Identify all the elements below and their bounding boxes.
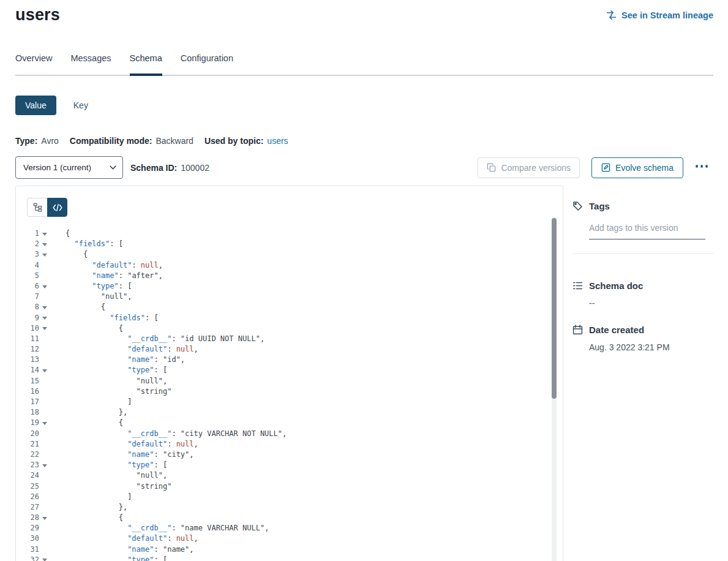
code-line: 5"name": "after",: [16, 271, 563, 281]
line-number: 29: [16, 523, 39, 533]
code-line: 24"null",: [16, 470, 563, 481]
fold-column: [39, 513, 50, 523]
fold-column: [39, 355, 50, 365]
schema-id-label: Schema ID:: [130, 163, 177, 173]
schema-doc-icon: [572, 280, 583, 291]
tree-view-icon: [33, 203, 42, 212]
value-toggle-button[interactable]: Value: [15, 96, 56, 115]
fold-toggle-icon[interactable]: [42, 559, 47, 561]
page-header: users See in Stream lineage: [15, 0, 713, 24]
code-line: 10{: [16, 323, 563, 334]
evolve-schema-label: Evolve schema: [615, 163, 674, 173]
line-number: 1: [16, 228, 39, 239]
evolve-schema-button[interactable]: Evolve schema: [591, 157, 683, 178]
fold-column: [39, 460, 50, 470]
code-line: 9"fields": [: [16, 313, 563, 323]
schema-sidebar: Tags Schema doc --: [572, 186, 713, 561]
code-text: ]: [66, 492, 132, 502]
line-number: 9: [16, 313, 39, 323]
line-number: 31: [16, 544, 39, 555]
line-number: 11: [16, 334, 39, 344]
fold-toggle-icon[interactable]: [42, 422, 47, 425]
fold-column: [39, 323, 50, 334]
line-number: 30: [16, 533, 39, 544]
tab-messages[interactable]: Messages: [70, 53, 111, 75]
line-number: 26: [16, 492, 39, 502]
code-line: 11"__crdb__": "id UUID NOT NULL",: [16, 334, 563, 344]
code-text: "string": [66, 386, 171, 397]
tags-input[interactable]: [589, 222, 705, 239]
tab-configuration[interactable]: Configuration: [181, 53, 233, 75]
code-line: 14"type": [: [16, 365, 563, 375]
code-text: "name": "after",: [66, 271, 163, 281]
code-line: 8{: [16, 302, 563, 312]
code-text: "name": "name",: [66, 544, 194, 555]
line-number: 18: [16, 407, 39, 418]
editor-toolbar: [16, 186, 563, 217]
tab-schema[interactable]: Schema: [130, 53, 162, 75]
code-text: "name": "id",: [66, 355, 185, 365]
code-view-icon: [53, 204, 62, 211]
fold-toggle-icon[interactable]: [42, 317, 47, 320]
tab-overview[interactable]: Overview: [15, 53, 52, 75]
topic-link[interactable]: users: [267, 136, 288, 146]
line-number: 5: [16, 271, 39, 281]
fold-column: [39, 470, 50, 481]
fold-toggle-icon[interactable]: [42, 285, 47, 288]
sidebar-divider: [572, 253, 713, 254]
fold-column: [39, 239, 50, 249]
line-number: 23: [16, 460, 39, 470]
more-options-button[interactable]: ⋯: [691, 159, 713, 177]
code-line: 7"null",: [16, 292, 563, 302]
fold-column: [39, 418, 50, 428]
editor-scrollbar-track[interactable]: [552, 217, 557, 561]
code-text: {: [66, 323, 123, 334]
code-line: 6"type": [: [16, 281, 563, 292]
tags-section: Tags: [572, 201, 713, 254]
code-line: 18},: [16, 407, 563, 418]
editor-scrollbar-thumb[interactable]: [552, 218, 557, 399]
date-created-title: Date created: [589, 325, 644, 335]
tree-view-button[interactable]: [27, 198, 47, 217]
key-toggle-button[interactable]: Key: [71, 96, 91, 115]
fold-toggle-icon[interactable]: [42, 233, 47, 236]
compare-versions-button[interactable]: Compare versions: [478, 157, 580, 178]
code-text: "default": null,: [66, 439, 198, 450]
tags-header: Tags: [572, 201, 713, 211]
fold-toggle-icon[interactable]: [42, 517, 47, 520]
code-line: 17]: [16, 397, 563, 407]
code-text: "type": [: [66, 281, 132, 292]
line-number: 32: [16, 555, 39, 561]
fold-toggle-icon[interactable]: [42, 327, 47, 330]
code-text: "null",: [66, 470, 167, 481]
compatibility-label: Compatibility mode:: [70, 136, 152, 146]
code-text: {: [66, 302, 105, 312]
code-text: "__crdb__": "city VARCHAR NOT NULL",: [66, 429, 287, 439]
content-area: 1{2"fields": [3{4"default": null,5"name"…: [15, 186, 713, 561]
stream-lineage-link[interactable]: See in Stream lineage: [606, 10, 713, 20]
line-number: 25: [16, 481, 39, 492]
code-text: "null",: [66, 376, 167, 386]
date-created-icon: [572, 325, 583, 335]
fold-toggle-icon[interactable]: [42, 306, 47, 309]
schema-id: Schema ID: 100002: [130, 163, 209, 173]
date-created-value: Aug. 3 2022 3:21 PM: [589, 342, 713, 352]
code-line: 29"__crdb__": "name VARCHAR NULL",: [16, 523, 563, 533]
fold-toggle-icon[interactable]: [42, 254, 47, 257]
schema-id-value: 100002: [181, 163, 209, 173]
fold-column: [39, 450, 50, 460]
code-line: 28{: [16, 513, 563, 523]
fold-toggle-icon[interactable]: [42, 369, 47, 372]
fold-column: [39, 228, 50, 239]
fold-toggle-icon[interactable]: [42, 464, 47, 467]
version-select[interactable]: Version 1 (current): [15, 156, 123, 179]
code-line: 2"fields": [: [16, 239, 563, 249]
fold-column: [39, 523, 50, 533]
code-view-button[interactable]: [47, 198, 67, 217]
fold-column: [39, 386, 50, 397]
schema-meta-row: Type: Avro Compatibility mode: Backward …: [15, 136, 713, 146]
fold-column: [39, 260, 50, 271]
code-text: {: [66, 513, 123, 523]
fold-toggle-icon[interactable]: [42, 243, 47, 246]
code-text: {: [66, 418, 123, 428]
